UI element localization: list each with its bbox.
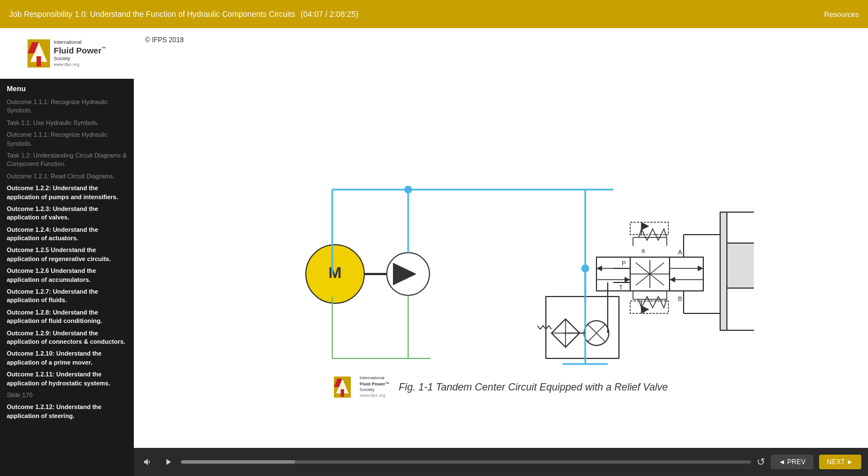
svg-rect-4 (248, 77, 754, 370)
sidebar-nav[interactable]: Outcome 1.1.1: Recognize Hydraulic Symbo… (0, 96, 134, 476)
sidebar-item-2[interactable]: Outcome 1.1.1: Recognize Hydraulic Symbo… (7, 129, 127, 150)
resources-button[interactable]: Resources (824, 10, 859, 19)
sidebar: International Fluid Power™ Society www.i… (0, 28, 134, 476)
sidebar-logo: International Fluid Power™ Society www.i… (0, 28, 134, 79)
caption-logo-icon (334, 376, 351, 398)
sidebar-item-7[interactable]: Outcome 1.2.4: Understand the applicatio… (7, 224, 127, 245)
content-area: © IFPS 2018 M (134, 28, 868, 476)
progress-bar[interactable] (181, 460, 751, 464)
play-button[interactable] (161, 455, 175, 469)
time-text: (04:07 / 2:08:25) (301, 10, 359, 19)
sidebar-item-10[interactable]: Outcome 1.2.7: Understand the applicatio… (7, 286, 127, 307)
reload-button[interactable]: ↺ (757, 456, 765, 468)
volume-button[interactable] (141, 455, 155, 469)
menu-label: Menu (0, 79, 134, 96)
svg-text:A: A (678, 249, 682, 255)
svg-rect-44 (727, 243, 754, 288)
sidebar-item-15[interactable]: Slide 170 (7, 389, 127, 401)
play-icon (163, 457, 173, 467)
next-button[interactable]: NEXT ► (819, 455, 861, 469)
top-bar: Job Responsibility 1.0: Understand the F… (0, 0, 868, 28)
diagram-caption: Fig. 1-1 Tandem Center Circuit Equipped … (399, 381, 668, 393)
volume-icon (143, 457, 153, 467)
slide-container: © IFPS 2018 M (134, 28, 868, 448)
prev-button[interactable]: ◄ PREV (771, 455, 813, 469)
logo-text: International Fluid Power™ Society www.i… (53, 39, 106, 67)
progress-bar-fill (181, 460, 295, 464)
diagram-caption-area: International Fluid Power™ Society www.i… (334, 375, 668, 399)
sidebar-item-16[interactable]: Outcome 1.2.12: Understand the applicati… (7, 401, 127, 422)
sidebar-item-3[interactable]: Task 1.2: Understanding Circuit Diagrams… (7, 150, 127, 170)
sidebar-item-0[interactable]: Outcome 1.1.1: Recognize Hydraulic Symbo… (7, 96, 127, 117)
slide-inner: © IFPS 2018 M (134, 28, 868, 448)
svg-rect-43 (720, 212, 727, 330)
main-area: International Fluid Power™ Society www.i… (0, 28, 868, 476)
sidebar-item-4[interactable]: Outcome 1.2.1: Read Circuit Diagrams. (7, 170, 127, 182)
svg-rect-80 (341, 389, 344, 397)
svg-text:a: a (641, 247, 645, 254)
ifps-logo-icon (28, 39, 50, 68)
sidebar-item-12[interactable]: Outcome 1.2.9: Understand the applicatio… (7, 327, 127, 348)
sidebar-item-1[interactable]: Task 1.1: Use Hydraulic Symbols. (7, 117, 127, 129)
hydraulic-diagram: M (248, 77, 754, 370)
svg-text:M: M (328, 264, 341, 281)
copyright-text: © IFPS 2018 (145, 36, 184, 44)
svg-rect-2 (37, 56, 41, 66)
page-title: Job Responsibility 1.0: Understand the F… (9, 10, 359, 19)
sidebar-item-14[interactable]: Outcome 1.2.11: Understand the applicati… (7, 369, 127, 389)
svg-text:B: B (678, 295, 682, 302)
sidebar-item-11[interactable]: Outcome 1.2.8: Understand the applicatio… (7, 307, 127, 327)
caption-logo-text: International Fluid Power™ Society www.i… (360, 375, 390, 399)
diagram-area: M (145, 39, 857, 437)
title-text: Job Responsibility 1.0: Understand the F… (9, 10, 295, 19)
sidebar-item-13[interactable]: Outcome 1.2.10: Understand the applicati… (7, 348, 127, 369)
sidebar-item-5[interactable]: Outcome 1.2.2: Understand the applicatio… (7, 182, 127, 203)
sidebar-item-6[interactable]: Outcome 1.2.3: Understand the applicatio… (7, 203, 127, 224)
sidebar-item-8[interactable]: Outcome 1.2.5 Understand the application… (7, 244, 127, 265)
svg-point-13 (404, 186, 412, 194)
svg-text:T: T (619, 284, 623, 291)
svg-text:P: P (622, 260, 626, 267)
bottom-controls: ↺ ◄ PREV NEXT ► (134, 448, 868, 476)
sidebar-item-9[interactable]: Outcome 1.2.6 Understand the application… (7, 265, 127, 286)
